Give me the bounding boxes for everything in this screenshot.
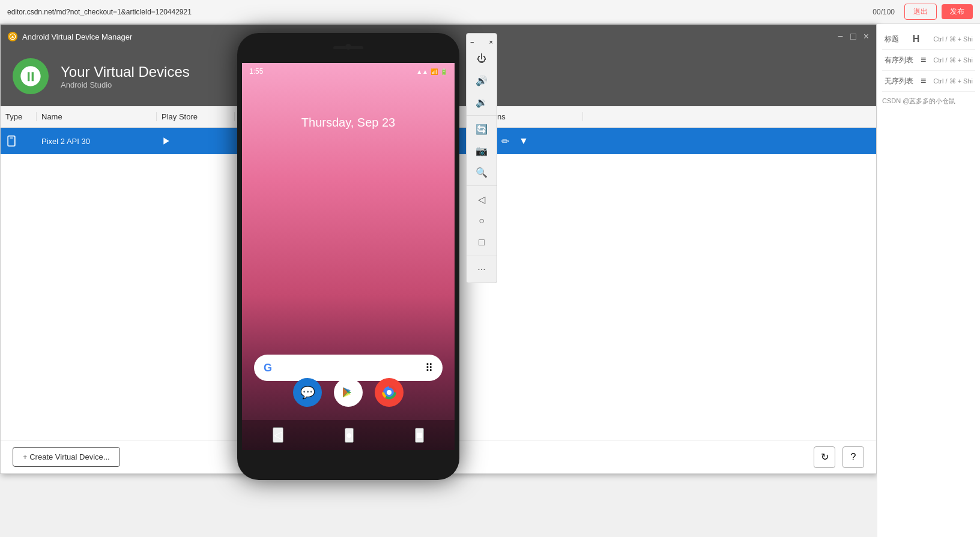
- dash-button[interactable]: −: [470, 38, 474, 46]
- csdn-right-panel: 标题 H Ctrl / ⌘ + Shi 有序列表 ≡ Ctrl / ⌘ + Sh…: [877, 24, 980, 537]
- divider: [467, 115, 497, 116]
- help-button[interactable]: ?: [842, 446, 864, 468]
- unordered-symbol: ≡: [921, 76, 926, 86]
- phone-emulator: 1:55 ▲▲ 📶 🔋 Thursday, Sep 23 G ⠿ 💬: [237, 33, 459, 480]
- wifi-icon: ▲▲: [416, 68, 428, 75]
- android-studio-icon: [8, 32, 17, 41]
- window-controls[interactable]: − □ ×: [838, 31, 869, 42]
- browser-url: editor.csdn.net/md?not_checkout=1&articl…: [7, 8, 873, 16]
- play-store-app[interactable]: [334, 378, 363, 407]
- bottom-right-controls: ↻ ?: [814, 446, 864, 468]
- android-logo: [13, 58, 49, 94]
- divider3: [467, 256, 497, 256]
- csdn-username: CSDN @蓝多多的小仓鼠: [882, 97, 975, 106]
- refresh-button[interactable]: ↻: [814, 446, 835, 468]
- recents-ctrl-button[interactable]: □: [467, 232, 497, 253]
- more-ctrl-button[interactable]: ···: [467, 259, 497, 280]
- more-button[interactable]: ▼: [519, 136, 528, 146]
- format-unordered-list: 无序列表 ≡ Ctrl / ⌘ + Shi: [882, 71, 975, 92]
- phone-status-icons: ▲▲ 📶 🔋: [416, 68, 447, 75]
- unordered-label: 无序列表: [885, 76, 913, 86]
- controls-header: − ×: [467, 36, 497, 48]
- zoom-button[interactable]: 🔍: [467, 161, 497, 183]
- phone-date: Thursday, Sep 23: [242, 116, 455, 130]
- chrome-app[interactable]: [375, 378, 404, 407]
- format-title: 标题 H Ctrl / ⌘ + Shi: [882, 29, 975, 50]
- avd-header-text: Your Virtual Devices Android Studio: [61, 64, 190, 89]
- controls-close-button[interactable]: ×: [489, 38, 493, 46]
- csdn-label: CSDN @蓝多多的小仓鼠: [882, 97, 955, 104]
- svg-point-4: [387, 390, 392, 395]
- phone-time: 1:55: [249, 67, 263, 76]
- battery-icon: 🔋: [440, 68, 447, 75]
- ordered-label: 有序列表: [885, 55, 913, 65]
- edit-button[interactable]: ✏: [501, 136, 509, 147]
- cell-name: Pixel 2 API 30: [37, 137, 157, 146]
- phone-screen[interactable]: 1:55 ▲▲ 📶 🔋 Thursday, Sep 23 G ⠿ 💬: [242, 63, 455, 450]
- maximize-button[interactable]: □: [850, 31, 856, 42]
- col-playstore: Play Store: [157, 112, 235, 121]
- col-name: Name: [37, 112, 157, 121]
- unordered-shortcut-text: Ctrl / ⌘ + Shi: [933, 77, 973, 85]
- phone-status-bar: 1:55 ▲▲ 📶 🔋: [242, 63, 455, 80]
- back-button[interactable]: ◁: [273, 427, 283, 443]
- col-type: Type: [1, 112, 37, 121]
- cell-type: [1, 135, 37, 147]
- browser-btn-outline[interactable]: 退出: [904, 4, 937, 20]
- browser-bar: editor.csdn.net/md?not_checkout=1&articl…: [0, 0, 980, 24]
- shortcut-text: Ctrl / ⌘ + Shi: [933, 35, 973, 43]
- home-ctrl-button[interactable]: ○: [467, 210, 497, 232]
- ordered-symbol: ≡: [921, 55, 926, 65]
- screenshot-button[interactable]: 📷: [467, 140, 497, 161]
- phone-camera: [345, 44, 351, 50]
- avd-title: Your Virtual Devices: [61, 64, 190, 80]
- volume-down-button[interactable]: 🔉: [467, 91, 497, 113]
- avd-subtitle: Android Studio: [61, 80, 190, 89]
- rotate-button[interactable]: 🔄: [467, 118, 497, 140]
- cell-playstore: [157, 136, 235, 146]
- divider2: [467, 185, 497, 186]
- unordered-shortcut: Ctrl / ⌘ + Shi: [933, 77, 973, 85]
- format-ordered-list: 有序列表 ≡ Ctrl / ⌘ + Shi: [882, 50, 975, 71]
- browser-btn-red[interactable]: 发布: [942, 4, 973, 19]
- back-ctrl-button[interactable]: ◁: [467, 188, 497, 210]
- close-button[interactable]: ×: [864, 31, 869, 42]
- phone-app-dock: 💬: [242, 371, 455, 414]
- home-button[interactable]: ●: [345, 428, 354, 443]
- recents-button[interactable]: ■: [415, 428, 424, 443]
- create-virtual-device-button[interactable]: + Create Virtual Device...: [13, 447, 120, 467]
- svg-rect-1: [8, 136, 15, 146]
- minimize-button[interactable]: −: [838, 31, 843, 42]
- title-shortcut: Ctrl / ⌘ + Shi: [933, 35, 973, 43]
- ordered-shortcut: Ctrl / ⌘ + Shi: [933, 56, 973, 64]
- page-num: 00/100: [873, 8, 895, 16]
- title-symbol: H: [913, 34, 920, 44]
- emulator-controls-panel: − × ⏻ 🔊 🔉 🔄 📷 🔍 ◁ ○ □ ···: [466, 33, 497, 283]
- ordered-shortcut-text: Ctrl / ⌘ + Shi: [933, 56, 973, 64]
- messages-app[interactable]: 💬: [293, 378, 322, 407]
- title-label: 标题: [885, 34, 899, 44]
- volume-up-button[interactable]: 🔊: [467, 70, 497, 91]
- phone-nav-bar: ◁ ● ■: [242, 420, 455, 450]
- signal-icon: 📶: [431, 68, 438, 75]
- power-button[interactable]: ⏻: [467, 48, 497, 70]
